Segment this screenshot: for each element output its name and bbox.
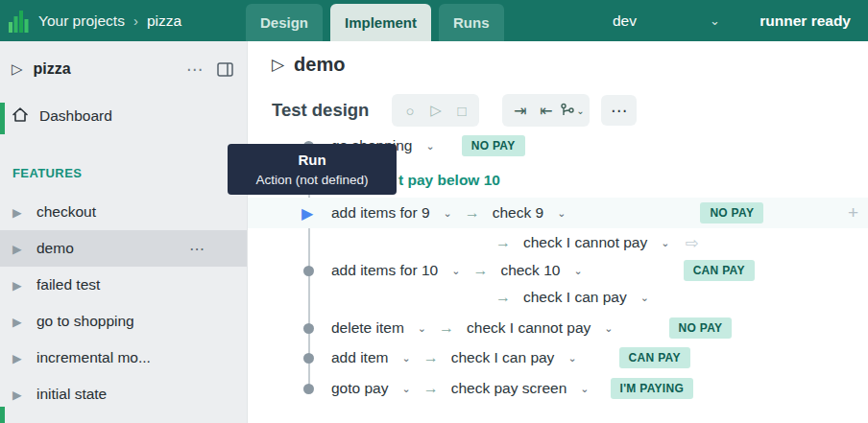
step-check-label: check pay screen (451, 380, 567, 397)
step-check-label: check 9 (493, 204, 543, 222)
features-list: ▶ checkout ▶ demo ⋯ ▶ failed test ▶ go t… (0, 194, 247, 412)
test-step-subrow[interactable]: → check I cannot pay ⌄ ⇨ (248, 228, 868, 257)
test-step-row[interactable]: delete item ⌄ → check I cannot pay ⌄ NO … (248, 314, 868, 342)
breadcrumb-separator-icon: › (133, 12, 138, 29)
project-name: pizza (34, 60, 71, 78)
sidebar-item-initial-state[interactable]: ▶ initial state (0, 376, 247, 412)
step-action-label: add items for 10 (331, 262, 438, 279)
state-badge: I'M PAYING (611, 378, 694, 399)
step-arrow-icon: → (495, 289, 511, 306)
test-step-subrow[interactable]: → check I can pay ⌄ (248, 283, 868, 312)
chevron-down-icon[interactable]: ⌄ (604, 322, 613, 335)
state-badge: NO PAY (462, 135, 525, 156)
chevron-down-icon[interactable]: ⌄ (401, 352, 410, 364)
project-more-button[interactable]: ⋯ (186, 59, 204, 80)
record-button[interactable]: ○ (397, 97, 422, 124)
feature-label: go to shopping (36, 313, 134, 330)
chevron-down-icon[interactable]: ⌄ (418, 322, 426, 335)
state-badge: CAN PAY (684, 260, 755, 281)
environment-value: dev (613, 12, 637, 30)
breadcrumb-projects-link[interactable]: Your projects (38, 12, 125, 30)
test-step-row[interactable]: add items for 10 ⌄ → check 10 ⌄ CAN PAY (248, 256, 868, 285)
chevron-down-icon[interactable]: ⌄ (444, 207, 452, 220)
topbar: Your projects › pizza Design Implement R… (0, 0, 868, 41)
main-tabs: Design Implement Runs (246, 4, 504, 41)
state-badge: NO PAY (700, 202, 763, 223)
step-bullet (303, 266, 314, 276)
run-controls-group: ○ ▷ □ (392, 94, 479, 127)
skip-to-end-button[interactable]: ⇥ (507, 97, 533, 124)
step-arrow-icon: → (465, 204, 480, 222)
sidebar-item-failed-test[interactable]: ▶ failed test (0, 267, 247, 303)
next-step-arrow-icon: ⇨ (685, 233, 698, 253)
step-check-label: check I cannot pay (467, 319, 591, 337)
step-check-label: check 10 (500, 262, 560, 279)
scenario-heading: t pay below 10 (398, 166, 500, 195)
add-step-button[interactable]: + (848, 202, 858, 223)
test-step-row[interactable]: goto pay ⌄ → check pay screen ⌄ I'M PAYI… (248, 374, 868, 403)
tab-implement[interactable]: Implement (330, 4, 431, 41)
test-design-toolbar: Test design ○ ▷ □ ⇥ ⇤ ⌄ ⋯ (272, 93, 637, 128)
chevron-down-icon[interactable]: ⌄ (661, 237, 669, 249)
tab-design[interactable]: Design (246, 4, 323, 41)
chevron-down-icon[interactable]: ⌄ (401, 383, 410, 395)
skip-to-start-button[interactable]: ⇤ (533, 97, 559, 124)
play-icon: ▶ (12, 388, 29, 402)
step-arrow-icon: → (423, 349, 439, 366)
chevron-down-icon[interactable]: ⌄ (567, 352, 576, 364)
chevron-down-icon[interactable]: ⌄ (451, 265, 460, 277)
sidebar-item-checkout[interactable]: ▶ checkout (0, 194, 247, 230)
step-controls-group: ⇥ ⇤ ⌄ (502, 94, 590, 127)
page-title: ▷ demo (272, 54, 345, 76)
feature-label: incremental mo... (36, 349, 151, 366)
sidebar-item-incremental[interactable]: ▶ incremental mo... (0, 340, 247, 376)
chevron-down-icon[interactable]: ⌄ (580, 383, 589, 395)
sidebar-item-dashboard[interactable]: Dashboard (0, 99, 247, 133)
chevron-down-icon: ⌄ (576, 106, 584, 116)
sidebar: ▷ pizza ⋯ Dashboard FEATURES ▶ chec (0, 41, 248, 423)
demo-more-button[interactable]: ⋯ (189, 240, 205, 258)
environment-select[interactable]: dev ⌄ (576, 0, 728, 41)
play-button[interactable]: ▷ (422, 97, 448, 124)
tab-runs[interactable]: Runs (439, 4, 504, 41)
collapse-sidebar-button[interactable] (217, 62, 233, 77)
test-step-row[interactable]: add item ⌄ → check I can pay ⌄ CAN PAY (248, 343, 868, 372)
sidebar-item-go-to-shopping[interactable]: ▶ go to shopping (0, 303, 247, 340)
state-badge: NO PAY (669, 317, 733, 339)
step-arrow-icon: → (495, 234, 511, 251)
play-icon: ▶ (12, 315, 29, 329)
stop-button[interactable]: □ (448, 97, 474, 124)
more-options-button[interactable]: ⋯ (601, 95, 637, 126)
main-content: ▷ demo Test design ○ ▷ □ ⇥ ⇤ ⌄ (248, 41, 868, 423)
step-action-label: delete item (331, 319, 404, 337)
state-badge: CAN PAY (619, 347, 690, 368)
feature-label: initial state (36, 386, 107, 403)
app-window: Your projects › pizza Design Implement R… (0, 0, 868, 423)
run-step-button[interactable]: ▶ (301, 204, 313, 223)
feature-label: demo (36, 240, 74, 257)
step-arrow-icon: → (423, 380, 439, 397)
step-arrow-icon: → (439, 319, 454, 337)
branch-select-button[interactable]: ⌄ (559, 97, 585, 124)
step-arrow-icon: → (472, 262, 488, 279)
test-step-row[interactable]: ▶ add items for 9 ⌄ → check 9 ⌄ NO PAY + (248, 198, 868, 228)
step-check-label: check I cannot pay (523, 234, 647, 251)
chevron-down-icon[interactable]: ⌄ (557, 207, 566, 220)
tooltip-subtitle: Action (not defined) (235, 173, 389, 187)
run-tooltip: Run Action (not defined) (228, 144, 397, 195)
tooltip-title: Run (235, 150, 389, 171)
step-check-label: check I can pay (451, 349, 555, 366)
step-bullet (303, 353, 314, 364)
sidebar-indicator-bottom (0, 407, 5, 423)
step-bullet (303, 323, 314, 334)
chevron-down-icon[interactable]: ⌄ (573, 265, 582, 277)
step-action-label: add items for 9 (331, 204, 430, 222)
sidebar-item-demo[interactable]: ▶ demo ⋯ (0, 230, 247, 267)
chevron-down-icon[interactable]: ⌄ (640, 292, 649, 304)
chevron-down-icon[interactable]: ⌄ (425, 140, 434, 153)
step-bullet (303, 384, 314, 394)
breadcrumb-project[interactable]: pizza (147, 12, 181, 30)
sidebar-project-header[interactable]: ▷ pizza ⋯ (0, 53, 247, 85)
page-title-text: demo (294, 54, 345, 76)
dashboard-label: Dashboard (39, 107, 112, 125)
